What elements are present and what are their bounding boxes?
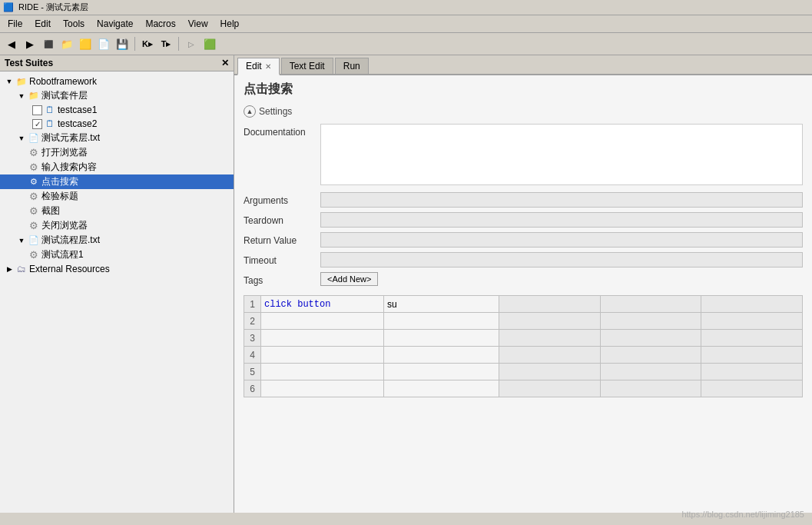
arg3-cell[interactable] [600, 380, 701, 397]
sidebar-label-testcase1: testcase1 [58, 105, 97, 115]
menu-item-view[interactable]: View [182, 17, 214, 31]
expand-external-resources[interactable]: ▶ [3, 263, 15, 275]
sidebar-label-testcase2: testcase2 [58, 118, 97, 129]
sidebar-item-open-browser[interactable]: ⚙ 打开浏览器 [0, 145, 234, 160]
sidebar-close-button[interactable]: ✕ [221, 58, 229, 68]
run-green-button[interactable]: 🟩 [201, 35, 218, 52]
template-button[interactable]: T▸ [157, 35, 174, 52]
keyword-button[interactable]: K▸ [139, 35, 156, 52]
sidebar-item-test-process1[interactable]: ⚙ 测试流程1 [0, 248, 234, 262]
expand-test-element-layer[interactable]: ▼ [15, 132, 28, 145]
arg3-cell[interactable] [600, 313, 701, 330]
arg1-cell[interactable] [384, 380, 499, 397]
tab-run[interactable]: Run [335, 58, 369, 74]
return-value-input[interactable] [320, 232, 803, 248]
settings-header: ▲ Settings [244, 105, 803, 118]
sidebar-item-input-search[interactable]: ⚙ 输入搜索内容 [0, 160, 234, 174]
tab-edit-close[interactable]: ✕ [265, 62, 271, 71]
expand-test-suite-layer[interactable]: ▼ [15, 90, 28, 102]
new-file-button[interactable]: 🟨 [77, 35, 94, 52]
tags-label: Tags [244, 272, 320, 286]
arg2-cell[interactable] [499, 347, 601, 364]
arg1-cell[interactable] [384, 313, 499, 330]
watermark: https://blog.csdn.net/lijiming2185 [681, 510, 804, 513]
checkbox-testcase1[interactable] [32, 105, 42, 115]
tags-value: <Add New> [320, 272, 803, 286]
new-doc-button[interactable]: 📄 [95, 35, 112, 52]
arg2-cell[interactable] [499, 364, 601, 380]
tab-edit[interactable]: Edit ✕ [237, 58, 280, 75]
arg1-cell[interactable] [384, 347, 499, 364]
arg3-cell[interactable] [600, 364, 701, 380]
separator-1 [134, 37, 135, 51]
sidebar-item-click-search[interactable]: ⚙ 点击搜索 [0, 174, 234, 189]
tab-run-label: Run [343, 61, 360, 71]
menu-item-macros[interactable]: Macros [139, 17, 181, 31]
sidebar-item-test-process-layer[interactable]: ▼ 📄 测试流程层.txt [0, 233, 234, 248]
sidebar-item-testcase2[interactable]: ✓ 🗒 testcase2 [0, 117, 234, 131]
keyword-cell[interactable] [261, 313, 384, 330]
menu-item-help[interactable]: Help [214, 17, 246, 31]
settings-row-timeout: Timeout [244, 252, 803, 267]
arg3-cell[interactable] [600, 296, 701, 313]
arg2-cell[interactable] [499, 380, 601, 397]
keyword-cell[interactable]: click button [261, 296, 384, 313]
folder-icon: 📁 [28, 90, 40, 102]
arg4-cell[interactable] [701, 313, 803, 330]
arg3-cell[interactable] [600, 330, 701, 347]
menu-item-file[interactable]: File [2, 17, 28, 31]
checkbox-testcase2[interactable]: ✓ [32, 119, 42, 129]
add-new-tag-button[interactable]: <Add New> [320, 272, 378, 286]
save-button[interactable]: 💾 [114, 35, 131, 52]
menu-item-navigate[interactable]: Navigate [91, 17, 139, 31]
sidebar-item-check-title[interactable]: ⚙ 检验标题 [0, 189, 234, 204]
teardown-label: Teardown [244, 212, 320, 226]
open-folder-button[interactable]: 📁 [58, 35, 75, 52]
forward-button[interactable]: ▶ [22, 35, 38, 52]
arg2-cell[interactable] [499, 313, 601, 330]
documentation-input[interactable] [320, 124, 803, 185]
arg4-cell[interactable] [701, 364, 803, 380]
ext-res-icon: 🗂 [15, 263, 28, 275]
timeout-input[interactable] [320, 252, 803, 267]
sidebar-item-testcase1[interactable]: 🗒 testcase1 [0, 103, 234, 117]
arg1-cell[interactable] [384, 330, 499, 347]
sidebar-item-robotframework[interactable]: ▼ 📁 Robotframework [0, 75, 234, 88]
sidebar-item-test-suite-layer[interactable]: ▼ 📁 测试套件层 [0, 88, 234, 103]
expand-robotframework[interactable]: ▼ [3, 75, 15, 88]
arg1-cell[interactable]: su [384, 296, 499, 313]
sidebar-title: Test Suites [5, 58, 53, 68]
arg2-cell[interactable] [499, 330, 601, 347]
sidebar-item-test-element-layer[interactable]: ▼ 📄 测试元素层.txt [0, 131, 234, 145]
menu-item-edit[interactable]: Edit [28, 17, 57, 31]
expand-test-process-layer[interactable]: ▼ [15, 234, 28, 247]
arg4-cell[interactable] [701, 380, 803, 397]
keyword-cell[interactable] [261, 347, 384, 364]
stop-button[interactable]: ⬛ [40, 35, 57, 52]
tab-text-edit[interactable]: Text Edit [281, 58, 333, 74]
back-button[interactable]: ◀ [3, 35, 20, 52]
arg4-cell[interactable] [701, 347, 803, 364]
table-row: 6 [244, 380, 803, 397]
arg2-cell[interactable] [499, 296, 601, 313]
arg4-cell[interactable] [701, 296, 803, 313]
keyword-cell[interactable] [261, 380, 384, 397]
sidebar-label-input-search: 输入搜索内容 [41, 161, 97, 174]
arg1-cell[interactable] [384, 364, 499, 380]
run-button[interactable]: ▷ [183, 35, 200, 52]
keyword-cell[interactable] [261, 330, 384, 347]
gear-icon: ⚙ [28, 205, 40, 218]
sidebar-item-screenshot[interactable]: ⚙ 截图 [0, 204, 234, 218]
arguments-input[interactable] [320, 192, 803, 208]
menu-item-tools[interactable]: Tools [57, 17, 91, 31]
sidebar-item-external-resources[interactable]: ▶ 🗂 External Resources [0, 262, 234, 276]
settings-row-documentation: Documentation [244, 124, 803, 188]
arg4-cell[interactable] [701, 330, 803, 347]
teardown-input[interactable] [320, 212, 803, 228]
collapse-settings-button[interactable]: ▲ [244, 105, 256, 118]
row-number: 1 [244, 296, 261, 313]
keyword-cell[interactable] [261, 364, 384, 380]
arg3-cell[interactable] [600, 347, 701, 364]
timeout-label: Timeout [244, 252, 320, 266]
sidebar-item-close-browser[interactable]: ⚙ 关闭浏览器 [0, 218, 234, 233]
